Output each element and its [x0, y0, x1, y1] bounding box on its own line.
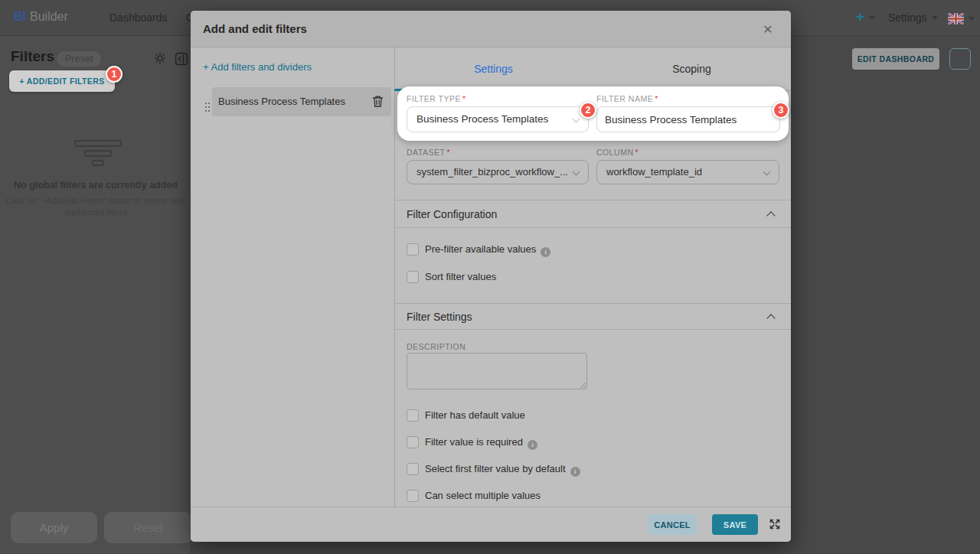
tour-badge-1: 1	[106, 66, 122, 83]
checkbox-prefilter-label: Pre-filter available valuesi	[425, 243, 550, 257]
chevron-up-icon	[766, 314, 775, 322]
add-edit-filters-button[interactable]: + ADD/EDIT FILTERS	[9, 70, 115, 92]
save-button[interactable]: SAVE	[712, 514, 758, 535]
tour-badge-3: 3	[773, 102, 789, 119]
add-menu[interactable]: +	[856, 8, 875, 25]
edit-dashboard-button[interactable]: EDIT DASHBOARD	[852, 48, 939, 70]
required-mark: *	[446, 148, 450, 157]
checkbox-sort-values[interactable]	[407, 271, 419, 283]
info-icon[interactable]: i	[570, 467, 580, 477]
logo-builder: Builder	[30, 10, 68, 23]
uk-flag-icon	[948, 13, 964, 24]
language-menu[interactable]	[948, 11, 975, 25]
filters-panel: Filters Preset + ADD/EDIT FILTERS No glo…	[0, 36, 191, 554]
checkbox-value-required[interactable]	[407, 436, 419, 448]
required-mark: *	[635, 148, 639, 157]
collapse-panel-icon[interactable]	[175, 52, 188, 68]
section-title: Filter Settings	[407, 311, 472, 323]
checkbox-select-first-label: Select first filter value by defaulti	[425, 463, 580, 477]
settings-label: Settings	[888, 11, 927, 24]
section-title: Filter Configuration	[407, 208, 497, 220]
caret-down-icon	[932, 16, 938, 20]
modal-header: Add and edit filters	[191, 11, 791, 47]
dataset-label: DATASET*	[407, 148, 450, 157]
app-logo[interactable]: BIBuilder	[14, 10, 68, 24]
checkbox-sort-values-label: Sort filter values	[425, 271, 496, 283]
checkbox-select-first[interactable]	[407, 463, 419, 475]
expand-fullscreen-icon[interactable]	[769, 518, 781, 533]
add-edit-filters-modal: Add and edit filters × + Add filters and…	[191, 11, 791, 542]
apply-button[interactable]: Apply	[11, 512, 97, 543]
column-value: workflow_template_id	[597, 161, 779, 184]
description-label: DESCRIPTION	[407, 342, 466, 351]
filter-list-item[interactable]: Business Process Templates	[212, 87, 391, 116]
dataset-value: system_filter_bizproc_workflow_...	[407, 161, 588, 184]
modal-tabs: Settings Scoping	[394, 47, 791, 91]
modal-footer: CANCEL SAVE	[191, 507, 791, 542]
close-icon[interactable]: ×	[746, 11, 789, 47]
cancel-button[interactable]: CANCEL	[648, 514, 697, 535]
divider	[394, 47, 395, 507]
add-filters-dividers-link[interactable]: + Add filters and dividers	[203, 61, 312, 73]
checkbox-value-required-label: Filter value is requiredi	[425, 436, 537, 450]
required-mark: *	[462, 94, 466, 103]
more-options-button[interactable]: ···	[949, 48, 971, 70]
filter-type-select[interactable]: Business Process Templates	[407, 106, 589, 132]
drag-handle-icon[interactable]	[205, 103, 207, 104]
plus-icon: +	[856, 8, 864, 24]
chevron-up-icon	[766, 211, 775, 220]
section-filter-configuration[interactable]: Filter Configuration	[394, 200, 791, 228]
filter-type-value: Business Process Templates	[407, 107, 588, 132]
info-icon[interactable]: i	[528, 440, 537, 450]
resize-handle-icon[interactable]	[580, 382, 586, 389]
screen: BIBuilder Dashboards Charts + Settings F…	[0, 0, 980, 554]
filter-name-input[interactable]	[596, 106, 780, 132]
filter-type-label: FILTER TYPE*	[407, 94, 466, 103]
nav-dashboards[interactable]: Dashboards	[109, 11, 168, 24]
preset-badge: Preset	[57, 51, 101, 67]
column-label: COLUMN*	[596, 148, 639, 157]
checkbox-default-value-label: Filter has default value	[425, 409, 525, 422]
settings-menu[interactable]: Settings	[888, 11, 938, 24]
section-filter-settings[interactable]: Filter Settings	[394, 303, 791, 330]
checkbox-prefilter[interactable]	[407, 243, 419, 256]
gear-icon[interactable]	[153, 51, 167, 67]
trash-icon[interactable]	[372, 95, 384, 110]
empty-state-title: No global filters are currently added	[0, 180, 191, 191]
tab-scoping[interactable]: Scoping	[593, 47, 791, 91]
required-mark: *	[655, 94, 658, 103]
dataset-select[interactable]: system_filter_bizproc_workflow_...	[407, 160, 589, 184]
tab-settings[interactable]: Settings	[394, 47, 593, 91]
modal-title: Add and edit filters	[203, 22, 307, 35]
checkbox-default-value[interactable]	[407, 409, 419, 422]
caret-down-icon	[869, 16, 875, 20]
description-textarea[interactable]	[407, 353, 587, 389]
filters-panel-title: Filters	[11, 48, 54, 65]
reset-button[interactable]: Reset	[104, 512, 192, 543]
checkbox-multiple-values-label: Can select multiple values	[425, 490, 541, 502]
filter-item-label: Business Process Templates	[218, 87, 345, 116]
logo-bi: BI	[14, 10, 26, 23]
checkbox-multiple-values[interactable]	[407, 490, 419, 502]
caret-down-icon	[969, 17, 975, 21]
info-icon[interactable]: i	[541, 247, 550, 257]
tour-badge-2: 2	[580, 102, 596, 119]
column-select[interactable]: workflow_template_id	[596, 160, 779, 184]
empty-state-subtitle: Click on "+Add/Edit Filters" button to c…	[6, 195, 185, 219]
filter-name-label: FILTER NAME*	[596, 94, 658, 103]
